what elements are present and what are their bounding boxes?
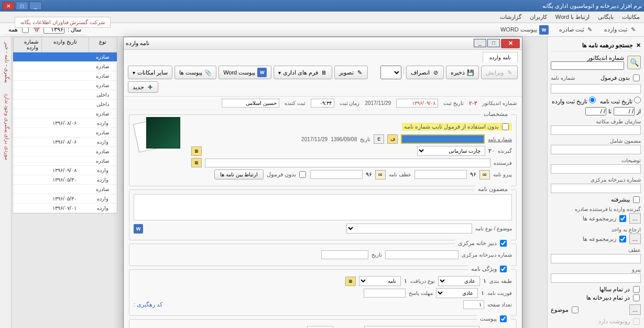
advanced-checkbox[interactable]: [633, 196, 640, 203]
sender-input[interactable]: [205, 158, 490, 167]
table-row[interactable]: صادره: [13, 52, 117, 62]
table-row[interactable]: وارده۱۳۹۶/۰۸/۰۶: [13, 137, 117, 147]
reg-date-radio[interactable]: [634, 97, 641, 103]
image-button[interactable]: ✎تصویر: [334, 66, 368, 79]
peyro-mail-icon[interactable]: ✉: [479, 170, 490, 179]
menu-word[interactable]: ارتباط با Word: [555, 14, 590, 20]
table-row[interactable]: صادره: [13, 147, 117, 156]
col-type-header[interactable]: نوع: [89, 37, 117, 52]
no-formula-checkbox[interactable]: [633, 75, 640, 81]
search-close-icon[interactable]: ✕: [636, 42, 641, 49]
attachments-button[interactable]: 📎پیوست ها: [174, 66, 216, 79]
table-row[interactable]: صادره: [13, 128, 117, 137]
attach-title-input[interactable]: [364, 326, 479, 328]
indicator-input[interactable]: [551, 61, 624, 70]
menu-users[interactable]: کاربران: [530, 14, 547, 20]
attach-pages-input[interactable]: [307, 326, 333, 328]
vtab-followup[interactable]: پیگیری - نامه - خبر: [3, 37, 11, 88]
search-icon[interactable]: 🔍: [627, 56, 641, 69]
central-no-input[interactable]: [385, 250, 459, 259]
peyro-input[interactable]: [551, 273, 641, 283]
table-row[interactable]: صادره: [13, 109, 117, 119]
atf-input[interactable]: [310, 170, 363, 179]
table-row[interactable]: صادره: [13, 71, 117, 81]
peyro-input[interactable]: [414, 170, 467, 179]
date-to-input[interactable]: [585, 107, 606, 115]
table-row[interactable]: صادره: [13, 62, 117, 71]
deadline-input[interactable]: [364, 289, 406, 298]
attrs-checkbox[interactable]: [500, 266, 507, 272]
col-date-header[interactable]: تاریخ وارده: [41, 37, 88, 52]
forms-button[interactable]: 🗎فرم های اداری ▾: [274, 66, 332, 79]
reg-date-field[interactable]: [396, 99, 438, 108]
receiver-browse-button[interactable]: 🗎: [191, 146, 202, 156]
no-formula2-checkbox[interactable]: [299, 171, 306, 178]
e-button[interactable]: E: [374, 134, 384, 144]
class-select[interactable]: عادی: [438, 276, 480, 286]
table-row[interactable]: وارده۱۳۹۶/۰۹/۰۸: [13, 166, 117, 175]
table-row[interactable]: وارده۱۳۹۶/۰۵/۳۰: [13, 194, 117, 204]
dialog-min-button[interactable]: _: [474, 39, 486, 47]
app-close-button[interactable]: ✕: [2, 2, 15, 10]
atf-mail-icon[interactable]: ✉: [375, 170, 386, 179]
subsets-checkbox[interactable]: [619, 215, 626, 222]
tb-word-attach[interactable]: Wپیوست WORD: [497, 24, 552, 36]
table-row[interactable]: صادره: [13, 81, 117, 90]
more-button[interactable]: …: [629, 213, 641, 224]
table-row[interactable]: وارده۱۳۹۶/۰۵/۳۰: [13, 175, 117, 185]
dialog-max-button[interactable]: □: [487, 39, 500, 47]
col-no-header[interactable]: شماره وارده: [13, 37, 41, 52]
subject-input[interactable]: [551, 145, 641, 154]
minimize-button[interactable]: _: [29, 2, 42, 10]
subsets2-checkbox[interactable]: [619, 236, 626, 242]
dialog-tab[interactable]: نامه وارده: [483, 52, 518, 62]
dropdown[interactable]: [380, 66, 401, 79]
cancel-button[interactable]: ⊘انصراف: [406, 66, 444, 79]
subject-type-select[interactable]: [346, 224, 472, 234]
table-row[interactable]: صادره: [13, 185, 117, 194]
receiver-select[interactable]: چارت سازمانی: [417, 146, 485, 156]
word-icon[interactable]: W: [134, 224, 143, 234]
table-row[interactable]: وارده۱۳۹۶/۰۷/۰۱: [13, 204, 117, 213]
urgency-select[interactable]: عادی: [436, 288, 478, 298]
central-no-input[interactable]: [551, 184, 641, 193]
letter-number-input[interactable]: [401, 134, 485, 144]
dialog-close-button[interactable]: ✕: [501, 39, 520, 48]
save-button[interactable]: 💾ذخیره: [446, 66, 479, 79]
letter-no-input[interactable]: [551, 84, 641, 93]
inc-date-radio[interactable]: [589, 97, 596, 103]
central-date-input[interactable]: [321, 250, 368, 259]
more-button-2[interactable]: …: [629, 234, 641, 244]
tb-incoming[interactable]: ✎ثبت وارده: [601, 25, 640, 35]
subject-chk[interactable]: [572, 306, 578, 313]
menu-mail[interactable]: مکاتبات: [622, 14, 640, 20]
table-row[interactable]: صادره: [13, 156, 117, 166]
menu-reports[interactable]: گزارشات: [500, 14, 521, 20]
maximize-button[interactable]: □: [16, 2, 28, 10]
recv-type-select[interactable]: نامه: [359, 276, 401, 286]
table-row[interactable]: وارده۱۳۹۶/۰۸/۰۶: [13, 119, 117, 128]
formula-button[interactable]: ف: [387, 134, 398, 144]
org-input[interactable]: [551, 125, 641, 135]
word-attach-button[interactable]: Wپیوست Word: [219, 66, 271, 79]
notes-input[interactable]: [551, 164, 641, 174]
link-letters-button[interactable]: ارتباط بین نامه ها: [214, 170, 264, 179]
all-secs-chk[interactable]: [633, 294, 640, 301]
reg-time-field[interactable]: [311, 99, 334, 108]
subject-more-button[interactable]: …: [629, 304, 641, 315]
attr-browse-button[interactable]: 🗎: [345, 277, 356, 286]
menu-archive[interactable]: بایگانی: [598, 14, 614, 20]
no-formula-type-checkbox[interactable]: [502, 123, 509, 130]
date-from-input[interactable]: [614, 107, 635, 115]
atf-input[interactable]: [551, 254, 641, 263]
central-checkbox[interactable]: [500, 240, 507, 247]
all-years-chk[interactable]: [633, 286, 640, 293]
table-row[interactable]: داخلی: [13, 90, 117, 100]
other-options-button[interactable]: سایر امکانات ▾: [128, 66, 172, 79]
content-textarea[interactable]: [134, 194, 512, 220]
new-button[interactable]: ✚جدید: [128, 81, 158, 93]
attach-checkbox[interactable]: [500, 315, 507, 322]
tb-outgoing[interactable]: ✎ثبت صادره: [556, 25, 597, 35]
table-row[interactable]: داخلی: [13, 100, 117, 109]
pages-input[interactable]: [463, 300, 484, 309]
